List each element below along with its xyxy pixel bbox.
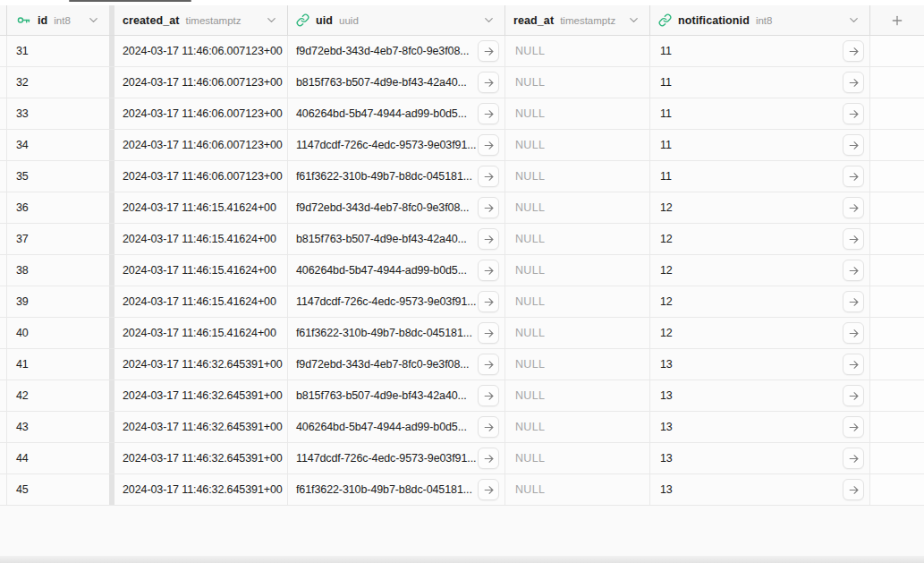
cell-read-at[interactable]: NULL <box>505 380 650 411</box>
cell-notificationid[interactable]: 12 <box>650 286 870 317</box>
cell-id[interactable]: 45 <box>7 474 109 505</box>
cell-uid[interactable]: 406264bd-5b47-4944-ad99-b0d5... <box>288 412 505 442</box>
open-foreign-record-button[interactable] <box>478 228 499 250</box>
cell-notificationid[interactable]: 11 <box>650 98 870 129</box>
row-select-cell[interactable] <box>0 161 7 192</box>
row-select-cell[interactable] <box>0 67 7 98</box>
cell-created-at[interactable]: 2024-03-17 11:46:32.645391+00 <box>114 380 288 411</box>
cell-read-at[interactable]: NULL <box>505 349 650 380</box>
row-select-cell[interactable] <box>0 192 7 223</box>
cell-id[interactable]: 41 <box>7 349 109 380</box>
cell-uid[interactable]: 406264bd-5b47-4944-ad99-b0d5... <box>288 98 505 129</box>
cell-notificationid[interactable]: 12 <box>650 224 870 254</box>
row-select-cell[interactable] <box>0 318 7 348</box>
cell-id[interactable]: 33 <box>7 98 109 129</box>
cell-notificationid[interactable]: 11 <box>650 161 870 192</box>
open-foreign-record-button[interactable] <box>478 197 499 218</box>
row-select-cell[interactable] <box>0 443 7 473</box>
cell-uid[interactable]: f61f3622-310b-49b7-b8dc-045181... <box>288 318 505 348</box>
cell-created-at[interactable]: 2024-03-17 11:46:06.007123+00 <box>114 36 288 66</box>
cell-read-at[interactable]: NULL <box>505 98 650 129</box>
cell-notificationid[interactable]: 12 <box>650 192 870 223</box>
open-foreign-record-button[interactable] <box>478 134 499 156</box>
cell-created-at[interactable]: 2024-03-17 11:46:32.645391+00 <box>114 443 288 473</box>
chevron-down-icon[interactable] <box>627 13 640 27</box>
cell-id[interactable]: 40 <box>7 318 109 348</box>
row-select-cell[interactable] <box>0 412 7 442</box>
cell-created-at[interactable]: 2024-03-17 11:46:32.645391+00 <box>114 349 288 380</box>
column-header-notificationid[interactable]: notificationid int8 <box>650 5 870 35</box>
add-column-button[interactable] <box>870 5 924 35</box>
cell-read-at[interactable]: NULL <box>505 161 650 192</box>
cell-notificationid[interactable]: 13 <box>650 474 870 505</box>
open-foreign-record-button[interactable] <box>478 479 499 500</box>
open-foreign-record-button[interactable] <box>478 416 499 438</box>
column-header-uid[interactable]: uid uuid <box>288 5 505 35</box>
row-select-cell[interactable] <box>0 286 7 317</box>
cell-notificationid[interactable]: 13 <box>650 443 870 473</box>
cell-id[interactable]: 35 <box>7 161 109 192</box>
cell-created-at[interactable]: 2024-03-17 11:46:32.645391+00 <box>114 474 288 505</box>
open-foreign-record-button[interactable] <box>843 448 864 469</box>
open-foreign-record-button[interactable] <box>843 385 864 406</box>
row-select-cell[interactable] <box>0 380 7 411</box>
cell-read-at[interactable]: NULL <box>505 130 650 160</box>
cell-created-at[interactable]: 2024-03-17 11:46:06.007123+00 <box>114 130 288 160</box>
cell-uid[interactable]: b815f763-b507-4d9e-bf43-42a40... <box>288 224 505 254</box>
cell-id[interactable]: 42 <box>7 380 109 411</box>
cell-created-at[interactable]: 2024-03-17 11:46:06.007123+00 <box>114 161 288 192</box>
open-foreign-record-button[interactable] <box>478 40 499 62</box>
row-select-cell[interactable] <box>0 255 7 286</box>
cell-id[interactable]: 38 <box>7 255 109 286</box>
cell-created-at[interactable]: 2024-03-17 11:46:15.41624+00 <box>114 318 288 348</box>
chevron-down-icon[interactable] <box>482 13 496 27</box>
cell-created-at[interactable]: 2024-03-17 11:46:06.007123+00 <box>114 98 288 129</box>
cell-uid[interactable]: 1147dcdf-726c-4edc-9573-9e03f91... <box>288 286 505 317</box>
cell-notificationid[interactable]: 13 <box>650 380 870 411</box>
row-select-cell[interactable] <box>0 98 7 129</box>
open-foreign-record-button[interactable] <box>478 260 499 281</box>
cell-id[interactable]: 32 <box>7 67 109 98</box>
cell-read-at[interactable]: NULL <box>505 67 650 98</box>
cell-created-at[interactable]: 2024-03-17 11:46:15.41624+00 <box>114 286 288 317</box>
cell-uid[interactable]: b815f763-b507-4d9e-bf43-42a40... <box>288 67 505 98</box>
open-foreign-record-button[interactable] <box>843 197 864 218</box>
cell-read-at[interactable]: NULL <box>505 443 650 473</box>
cell-notificationid[interactable]: 13 <box>650 412 870 442</box>
cell-id[interactable]: 36 <box>7 192 109 223</box>
bottom-scrollbar-track[interactable] <box>0 556 924 563</box>
cell-read-at[interactable]: NULL <box>505 36 650 66</box>
cell-id[interactable]: 37 <box>7 224 109 254</box>
cell-read-at[interactable]: NULL <box>505 412 650 442</box>
cell-read-at[interactable]: NULL <box>505 318 650 348</box>
cell-uid[interactable]: 1147dcdf-726c-4edc-9573-9e03f91... <box>288 130 505 160</box>
cell-notificationid[interactable]: 11 <box>650 36 870 66</box>
open-foreign-record-button[interactable] <box>843 322 864 344</box>
cell-uid[interactable]: f61f3622-310b-49b7-b8dc-045181... <box>288 474 505 505</box>
cell-uid[interactable]: f61f3622-310b-49b7-b8dc-045181... <box>288 161 505 192</box>
top-scrollbar-thumb[interactable] <box>69 0 191 2</box>
open-foreign-record-button[interactable] <box>478 448 499 469</box>
cell-notificationid[interactable]: 12 <box>650 255 870 286</box>
chevron-down-icon[interactable] <box>265 13 278 27</box>
cell-uid[interactable]: f9d72ebd-343d-4eb7-8fc0-9e3f08... <box>288 36 505 66</box>
open-foreign-record-button[interactable] <box>478 166 499 187</box>
open-foreign-record-button[interactable] <box>478 385 499 406</box>
cell-id[interactable]: 43 <box>7 412 109 442</box>
cell-uid[interactable]: f9d72ebd-343d-4eb7-8fc0-9e3f08... <box>288 192 505 223</box>
cell-notificationid[interactable]: 13 <box>650 349 870 380</box>
chevron-down-icon[interactable] <box>847 13 860 27</box>
open-foreign-record-button[interactable] <box>843 40 864 62</box>
cell-notificationid[interactable]: 12 <box>650 318 870 348</box>
cell-uid[interactable]: f9d72ebd-343d-4eb7-8fc0-9e3f08... <box>288 349 505 380</box>
cell-created-at[interactable]: 2024-03-17 11:46:15.41624+00 <box>114 192 288 223</box>
open-foreign-record-button[interactable] <box>478 354 499 375</box>
open-foreign-record-button[interactable] <box>478 103 499 124</box>
open-foreign-record-button[interactable] <box>843 291 864 312</box>
cell-created-at[interactable]: 2024-03-17 11:46:06.007123+00 <box>114 67 288 98</box>
open-foreign-record-button[interactable] <box>843 228 864 250</box>
column-header-read-at[interactable]: read_at timestamptz <box>505 5 650 35</box>
open-foreign-record-button[interactable] <box>843 103 864 124</box>
open-foreign-record-button[interactable] <box>843 354 864 375</box>
cell-read-at[interactable]: NULL <box>505 255 650 286</box>
